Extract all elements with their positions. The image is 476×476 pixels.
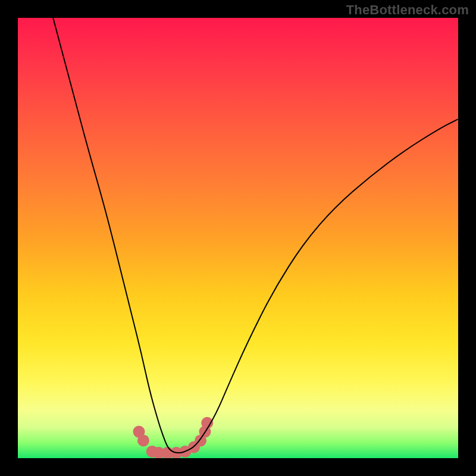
chart-frame: TheBottleneck.com bbox=[0, 0, 476, 476]
highlight-dot bbox=[137, 434, 149, 446]
watermark-text: TheBottleneck.com bbox=[346, 2, 469, 18]
curve-svg bbox=[18, 18, 458, 458]
bottleneck-curve bbox=[53, 18, 458, 453]
plot-area bbox=[18, 18, 458, 458]
